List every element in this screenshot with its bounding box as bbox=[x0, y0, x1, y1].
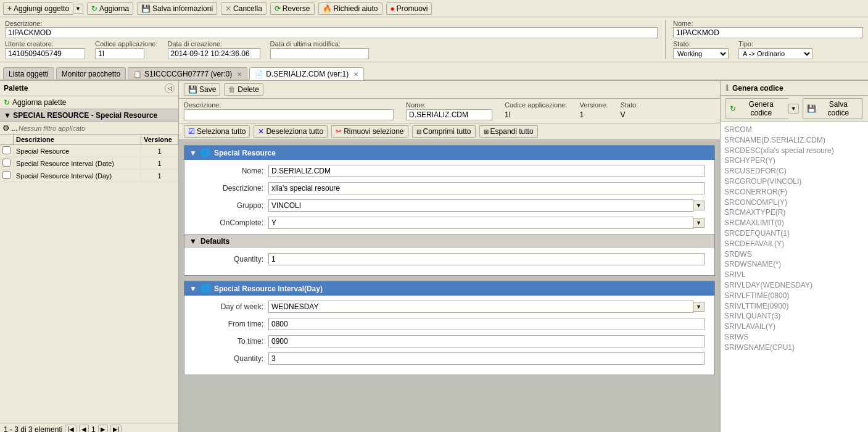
tab-s1iccccgh07777[interactable]: 📋 S1ICCCCGH07777 (ver:0) ✕ bbox=[128, 67, 247, 80]
palette-row-2-checkbox[interactable] bbox=[2, 159, 10, 167]
sr-desc-field[interactable] bbox=[268, 182, 705, 194]
reverse-button[interactable]: ⟳ Reverse bbox=[270, 2, 315, 15]
save-code-button[interactable]: 💾 Salva codice bbox=[803, 98, 863, 119]
sr-quantity-field[interactable] bbox=[268, 253, 705, 265]
remove-selection-button[interactable]: ✂ Rimuovi selezione bbox=[331, 125, 408, 138]
tab-d-serializ-cdm[interactable]: 📄 D.SERIALIZ.CDM (ver:1) ✕ bbox=[249, 67, 364, 80]
save-icon: 💾 bbox=[141, 4, 151, 13]
tab-d-serializ-close[interactable]: ✕ bbox=[353, 71, 358, 78]
content-version-label: Versione: bbox=[580, 101, 608, 109]
content-status-label: Stato: bbox=[620, 101, 638, 109]
palette-row-3[interactable]: Special Resource Interval (Day) 1 bbox=[0, 170, 178, 182]
cancel-button[interactable]: ✕ Cancella bbox=[221, 2, 267, 15]
type-select[interactable]: A -> Ordinario B -> Speciale bbox=[738, 48, 812, 59]
sr-gruppo-select[interactable]: VINCOLI OTHER bbox=[268, 199, 693, 212]
code-line-19: SRIVLQUANT(3) bbox=[724, 311, 864, 322]
deselect-all-button[interactable]: ✕ Deseleziona tutto bbox=[254, 125, 328, 138]
palette-row-2[interactable]: Special Resource Interval (Date) 1 bbox=[0, 157, 178, 170]
special-resource-header[interactable]: ▼ 🌐 Special Resource bbox=[184, 146, 714, 160]
sri-totime-row: To time: bbox=[194, 335, 705, 347]
select-all-icon: ☑ bbox=[188, 127, 195, 136]
palette-nav-prev[interactable]: ◀ bbox=[79, 425, 89, 432]
expand-all-label: Espandi tutto bbox=[490, 127, 534, 136]
promote-button[interactable]: ● Promuovi bbox=[386, 2, 432, 15]
content-name-label: Nome: bbox=[406, 101, 492, 109]
delete-button[interactable]: 🗑 Delete bbox=[224, 83, 263, 96]
sr-quantity-row: Quantity: bbox=[194, 253, 705, 265]
remove-selection-icon: ✂ bbox=[336, 127, 342, 136]
last-modified-field[interactable] bbox=[270, 48, 369, 59]
collapse-all-button[interactable]: ⊟ Comprimi tutto bbox=[412, 125, 476, 138]
palette-row-3-check[interactable] bbox=[0, 170, 14, 182]
sr-nome-field[interactable] bbox=[268, 165, 705, 177]
defaults-subsection-header[interactable]: ▼ Defaults bbox=[184, 234, 714, 248]
palette-row-1-checkbox[interactable] bbox=[2, 146, 10, 154]
palette-row-3-checkbox[interactable] bbox=[2, 171, 10, 179]
code-line-10: SRCMAXLIMIT(0) bbox=[724, 218, 864, 228]
palette-table-container: Descrizione Versione Special Resource 1 … bbox=[0, 135, 178, 423]
tab-s1iccccgh-close[interactable]: ✕ bbox=[237, 71, 242, 78]
sri-quantity-label: Quantity: bbox=[194, 354, 268, 363]
palette-row-1[interactable]: Special Resource 1 bbox=[0, 145, 178, 157]
expand-all-button[interactable]: ⊞ Espandi tutto bbox=[479, 125, 538, 138]
help-button[interactable]: 🔥 Richiedi aiuto bbox=[318, 2, 382, 15]
status-label: Stato: bbox=[673, 40, 729, 48]
sri-totime-field[interactable] bbox=[268, 335, 705, 347]
creation-date-field[interactable] bbox=[168, 48, 260, 59]
save-button[interactable]: 💾 Save bbox=[184, 83, 220, 96]
form-scrollable-area[interactable]: ▼ 🌐 Special Resource Nome: Descrizione: … bbox=[179, 140, 720, 432]
tab-monitor-pacchetto[interactable]: Monitor pacchetto bbox=[56, 67, 126, 80]
code-line-2: SRCNAME(D.SERIALIZ.CDM) bbox=[724, 135, 864, 146]
tab-lista-oggetti[interactable]: Lista oggetti bbox=[3, 67, 54, 80]
col-version: Versione bbox=[141, 135, 178, 145]
palette-nav-last[interactable]: ▶| bbox=[110, 425, 122, 432]
sri-day-header[interactable]: ▼ 🌐 Special Resource Interval(Day) bbox=[184, 281, 714, 296]
generate-code-btn-group[interactable]: ↻ Genera codice ▼ bbox=[725, 98, 799, 119]
name-field[interactable] bbox=[673, 27, 863, 38]
sri-fromtime-field[interactable] bbox=[268, 318, 705, 330]
sr-quantity-label: Quantity: bbox=[194, 255, 268, 264]
tab-d-serializ-icon: 📄 bbox=[255, 70, 263, 78]
sri-quantity-row: Quantity: bbox=[194, 352, 705, 365]
tab-lista-oggetti-label: Lista oggetti bbox=[9, 70, 49, 78]
sr-gruppo-dropdown-btn[interactable]: ▼ bbox=[693, 201, 705, 210]
scroll-bottom-spacer bbox=[179, 380, 720, 393]
select-all-button[interactable]: ☑ Seleziona tutto bbox=[184, 125, 250, 138]
sr-oncomplete-label: OnComplete: bbox=[194, 218, 268, 227]
sri-day-section: ▼ 🌐 Special Resource Interval(Day) Day o… bbox=[184, 281, 715, 375]
app-code-field[interactable] bbox=[95, 48, 144, 59]
content-appcode-label: Codice applicazione: bbox=[505, 101, 568, 109]
code-panel-info-icon: ℹ bbox=[725, 83, 729, 93]
main-layout: Palette ◁ ↻ Aggiorna palette ▼ SPECIAL R… bbox=[0, 81, 868, 432]
code-line-4: SRCHYPER(Y) bbox=[724, 156, 864, 166]
sri-dow-dropdown-btn[interactable]: ▼ bbox=[693, 302, 705, 312]
palette-row-1-check[interactable] bbox=[0, 145, 14, 157]
add-object-button[interactable]: + Aggiungi oggetto bbox=[3, 2, 73, 15]
palette-row-2-desc: Special Resource Interval (Date) bbox=[14, 157, 141, 170]
add-object-dropdown-button[interactable]: ▼ bbox=[73, 4, 83, 14]
add-object-button-group[interactable]: + Aggiungi oggetto ▼ bbox=[3, 2, 83, 15]
palette-collapse-btn[interactable]: ◁ bbox=[165, 83, 175, 93]
code-content[interactable]: SRCOM SRCNAME(D.SERIALIZ.CDM) SRCDESC(xl… bbox=[721, 122, 868, 432]
palette-row-2-check[interactable] bbox=[0, 157, 14, 170]
creator-field[interactable] bbox=[5, 48, 85, 59]
save-info-button[interactable]: 💾 Salva informazioni bbox=[137, 2, 217, 15]
sr-gruppo-row: Gruppo: VINCOLI OTHER ▼ bbox=[194, 199, 705, 212]
content-name-field[interactable] bbox=[406, 109, 492, 120]
sri-quantity-field[interactable] bbox=[268, 352, 705, 365]
generate-code-button[interactable]: ↻ Genera codice bbox=[725, 98, 788, 119]
content-desc-field[interactable] bbox=[184, 109, 394, 120]
palette-update-action[interactable]: ↻ Aggiorna palette bbox=[0, 96, 178, 109]
sri-fromtime-row: From time: bbox=[194, 318, 705, 330]
main-toolbar: + Aggiungi oggetto ▼ ↻ Aggiorna 💾 Salva … bbox=[0, 0, 868, 17]
sri-day-globe-icon: 🌐 bbox=[200, 284, 210, 293]
sri-dow-select[interactable]: MONDAY TUESDAY WEDNESDAY THURSDAY FRIDAY… bbox=[268, 301, 693, 313]
status-select[interactable]: Working Draft Released bbox=[673, 48, 729, 59]
palette-nav-next[interactable]: ▶ bbox=[98, 425, 108, 432]
update-button[interactable]: ↻ Aggiorna bbox=[87, 2, 133, 15]
palette-nav-first[interactable]: |◀ bbox=[65, 425, 76, 432]
sr-oncomplete-select[interactable]: Y N bbox=[268, 217, 693, 229]
sr-oncomplete-dropdown-btn[interactable]: ▼ bbox=[693, 218, 705, 228]
description-field[interactable] bbox=[5, 27, 658, 38]
generate-code-dropdown[interactable]: ▼ bbox=[788, 104, 799, 114]
